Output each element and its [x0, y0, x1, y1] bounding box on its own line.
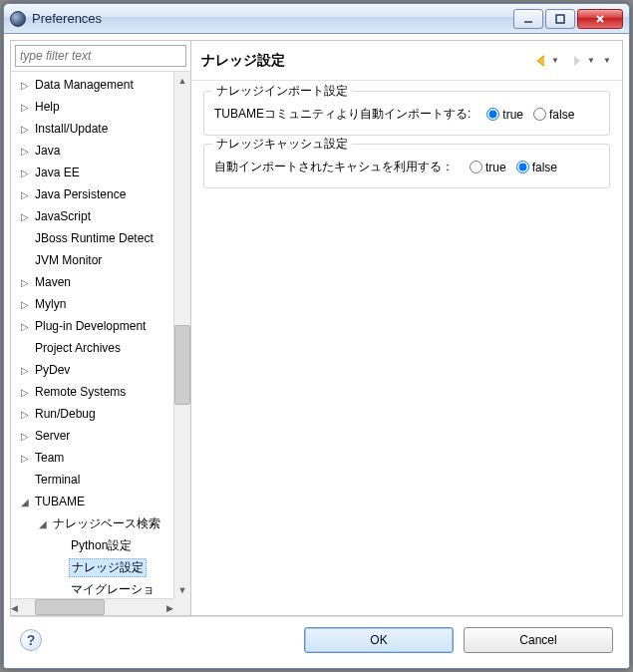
nav-forward-menu-icon[interactable]: ▼ [586, 52, 596, 70]
tree-item[interactable]: ▷Java [11, 140, 173, 162]
radio-label: true [502, 108, 523, 122]
tree-item-label: JavaScript [33, 209, 93, 223]
chevron-down-icon[interactable]: ◢ [37, 517, 49, 529]
chevron-right-icon[interactable]: ▷ [19, 188, 31, 200]
chevron-right-icon[interactable]: ▷ [19, 320, 31, 332]
tree-item[interactable]: ▷Java EE [11, 162, 173, 183]
chevron-down-icon[interactable]: ◢ [19, 496, 31, 507]
chevron-right-icon[interactable]: ▷ [19, 101, 31, 113]
window-title: Preferences [32, 11, 511, 26]
scroll-right-icon[interactable]: ▶ [166, 599, 173, 615]
close-button[interactable] [577, 9, 623, 29]
tree-item[interactable]: ▷Team [11, 447, 173, 469]
page-header: ナレッジ設定 ▼ ▼ ▼ [191, 41, 622, 81]
use-cache-false-radio[interactable]: false [510, 161, 557, 174]
tree-item[interactable]: ▷Project Archives [11, 337, 173, 359]
button-bar: ? OK Cancel [10, 616, 623, 662]
tree-item-label: Run/Debug [33, 407, 98, 421]
chevron-right-icon[interactable]: ▷ [19, 364, 31, 376]
field-label: 自動インポートされたキャシュを利用する： [214, 159, 454, 175]
nav-back-menu-icon[interactable]: ▼ [550, 52, 560, 70]
tree-item-label: Maven [33, 275, 73, 289]
chevron-right-icon[interactable]: ▷ [19, 452, 31, 464]
content-area: ▷Data Management▷Help▷Install/Update▷Jav… [4, 34, 629, 668]
chevron-right-icon[interactable]: ▷ [19, 145, 31, 157]
tree-item[interactable]: ▷Remote Systems [11, 381, 173, 403]
tree-item-label: Help [33, 100, 62, 114]
chevron-right-icon[interactable]: ▷ [19, 79, 31, 91]
tree-item-label: Install/Update [33, 122, 110, 136]
tree-item-label: JVM Monitor [33, 253, 104, 267]
radio-label: false [549, 108, 574, 122]
use-cache-true-radio[interactable]: true [464, 161, 506, 174]
titlebar[interactable]: Preferences [4, 4, 629, 34]
chevron-right-icon[interactable]: ▷ [19, 123, 31, 135]
tree-wrap: ▷Data Management▷Help▷Install/Update▷Jav… [11, 72, 190, 615]
tree-item[interactable]: ▷Run/Debug [11, 403, 173, 425]
scroll-down-icon[interactable]: ▼ [174, 581, 190, 598]
chevron-right-icon[interactable]: ▷ [19, 210, 31, 222]
tree-item[interactable]: ▷JVM Monitor [11, 249, 173, 271]
chevron-right-icon[interactable]: ▷ [19, 167, 31, 178]
chevron-right-icon[interactable]: ▷ [19, 408, 31, 420]
tree-item-label: Python設定 [69, 537, 134, 554]
tree-item[interactable]: ▷Terminal [11, 469, 173, 491]
chevron-right-icon[interactable]: ▷ [19, 430, 31, 442]
ok-button[interactable]: OK [304, 627, 454, 653]
cancel-button[interactable]: Cancel [464, 627, 613, 653]
minimize-button[interactable] [513, 9, 543, 29]
auto-import-false-radio[interactable]: false [527, 108, 574, 122]
tree-item[interactable]: ▷Help [11, 96, 173, 118]
tree-item-label: Terminal [33, 473, 82, 487]
tree-item-label: マイグレーショ [69, 581, 157, 598]
scrollbar-corner [173, 598, 190, 615]
filter-input[interactable] [15, 45, 186, 67]
chevron-right-icon[interactable]: ▷ [19, 298, 31, 310]
tree-item[interactable]: ▷PyDev [11, 359, 173, 381]
radio-label: false [532, 161, 557, 174]
maximize-button[interactable] [545, 9, 575, 29]
scrollbar-thumb[interactable] [174, 325, 190, 405]
tree-item[interactable]: ▷JBoss Runtime Detect [11, 227, 173, 249]
app-icon [10, 11, 26, 27]
tree-item[interactable]: ▷Plug-in Development [11, 315, 173, 337]
tree-item[interactable]: ◢TUBAME [11, 491, 173, 512]
scroll-left-icon[interactable]: ◀ [11, 599, 18, 615]
group-title: ナレッジインポート設定 [212, 83, 352, 100]
page-menu-icon[interactable]: ▼ [602, 52, 612, 70]
tree-item-label: ナレッジベース検索 [51, 515, 162, 532]
tree-item[interactable]: ▷Maven [11, 271, 173, 293]
tree-item[interactable]: ▷Install/Update [11, 118, 173, 140]
tree-item[interactable]: ▷Python設定 [11, 534, 173, 556]
preferences-window: Preferences ▷Data Management▷Help▷Instal… [3, 3, 630, 669]
tree-item-label: Server [33, 429, 72, 443]
tree-item-label: Plug-in Development [33, 319, 148, 333]
tree-item[interactable]: ▷JavaScript [11, 205, 173, 227]
scrollbar-thumb-h[interactable] [35, 599, 105, 615]
page-body: ナレッジインポート設定 TUBAMEコミュニティより自動インポートする: tru… [191, 81, 622, 615]
tree-item[interactable]: ▷Java Persistence [11, 183, 173, 205]
tree-item[interactable]: ◢ナレッジベース検索 [11, 512, 173, 534]
tree-pane: ▷Data Management▷Help▷Install/Update▷Jav… [10, 40, 191, 616]
cache-settings-group: ナレッジキャッシュ設定 自動インポートされたキャシュを利用する： true fa… [203, 144, 610, 188]
chevron-right-icon[interactable]: ▷ [19, 386, 31, 398]
tree-item[interactable]: ▷Server [11, 425, 173, 447]
preference-tree[interactable]: ▷Data Management▷Help▷Install/Update▷Jav… [11, 72, 173, 598]
tree-item[interactable]: ▷Data Management [11, 74, 173, 96]
filter-wrap [11, 41, 190, 72]
vertical-scrollbar[interactable]: ▲ ▼ [173, 72, 190, 598]
tree-item-label: ナレッジ設定 [69, 558, 147, 577]
scroll-up-icon[interactable]: ▲ [174, 72, 190, 89]
auto-import-true-radio[interactable]: true [480, 108, 523, 122]
horizontal-scrollbar[interactable]: ◀ ▶ [11, 598, 173, 615]
tree-item[interactable]: ▷ナレッジ設定 [11, 556, 173, 578]
chevron-right-icon[interactable]: ▷ [19, 276, 31, 288]
help-button[interactable]: ? [20, 629, 42, 651]
tree-item[interactable]: ▷マイグレーショ [11, 578, 173, 598]
tree-item[interactable]: ▷Mylyn [11, 293, 173, 315]
nav-back-button[interactable] [532, 52, 550, 70]
group-title: ナレッジキャッシュ設定 [212, 136, 352, 153]
nav-forward-button[interactable] [568, 52, 586, 70]
tree-item-label: PyDev [33, 363, 72, 377]
settings-pane: ナレッジ設定 ▼ ▼ ▼ ナレッジインポート設定 TUBAME [191, 40, 623, 616]
